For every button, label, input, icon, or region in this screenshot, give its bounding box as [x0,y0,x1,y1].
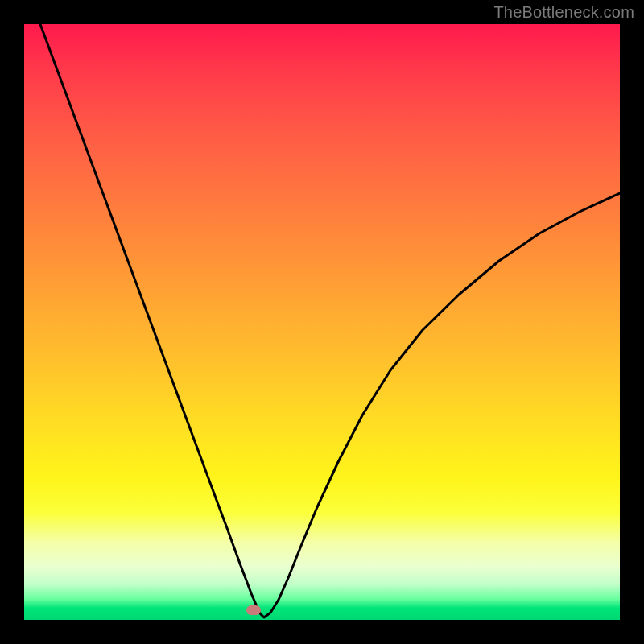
chart-frame: TheBottleneck.com [0,0,644,644]
watermark-text: TheBottleneck.com [493,3,634,22]
bottleneck-curve [24,24,620,620]
chart-plot-area [24,24,620,620]
optimal-point-marker [246,605,261,615]
